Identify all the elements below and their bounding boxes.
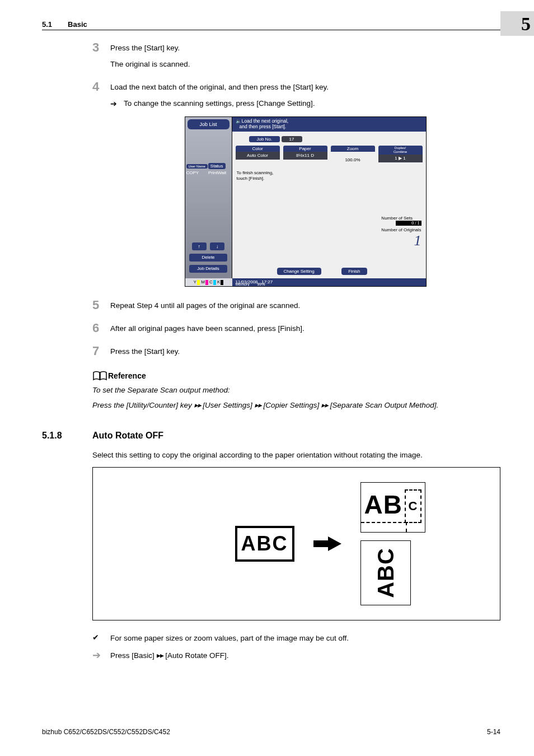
- breadcrumb-arrows-icon: ▸▸: [157, 651, 163, 660]
- reference-title: Reference: [108, 371, 146, 380]
- down-button[interactable]: ↓: [210, 242, 224, 250]
- col-paper-header: Paper: [283, 146, 327, 152]
- footer-model: bizhub C652/C652DS/C552/C552DS/C452: [42, 728, 170, 736]
- row-copy: COPY: [186, 170, 209, 175]
- section-heading: 5.1.8 Auto Rotate OFF: [42, 431, 500, 441]
- step-text: After all original pages have been scann…: [110, 323, 500, 335]
- breadcrumb-arrows-icon: ▸▸: [194, 401, 201, 409]
- reference-line: Press the [Utility/Counter] key ▸▸ [User…: [92, 400, 500, 412]
- tab-user[interactable]: User Name: [186, 164, 208, 169]
- step-text: The original is scanned.: [110, 59, 500, 71]
- col-duplex-value: 1 ▶ 1: [378, 155, 423, 162]
- breadcrumb-arrows-icon: ▸▸: [255, 401, 261, 409]
- step-text: Repeat Step 4 until all pages of the ori…: [110, 300, 500, 312]
- speaker-icon: 🔈: [236, 118, 242, 124]
- procedure-text: Press [Basic] ▸▸ [Auto Rotate OFF].: [110, 650, 500, 662]
- instruction-banner: 🔈Load the next original, and then press …: [232, 117, 426, 132]
- step-7: 7 Press the [Start] key.: [92, 346, 500, 362]
- original-doc-icon: ABC: [235, 526, 294, 562]
- step-text: Press the [Start] key.: [110, 346, 500, 358]
- tab-status[interactable]: Status: [208, 163, 226, 169]
- auto-rotate-diagram: ABC AB C ABC: [92, 467, 500, 620]
- col-duplex-header: Duplex/ Combine: [378, 146, 423, 155]
- col-paper-value: 8½x11 D: [283, 152, 327, 160]
- step-6: 6 After all original pages have been sca…: [92, 323, 500, 339]
- step-number: 3: [92, 41, 110, 75]
- step-5: 5 Repeat Step 4 until all pages of the o…: [92, 300, 500, 316]
- breadcrumb-arrows-icon: ▸▸: [321, 401, 328, 409]
- job-no-label: Job No.: [249, 136, 280, 142]
- section-intro: Select this setting to copy the original…: [92, 450, 500, 461]
- substep-text: To change the scanning settings, press […: [124, 98, 500, 110]
- substep: ➔ To change the scanning settings, press…: [110, 98, 500, 110]
- note-row: ✔ For some paper sizes or zoom values, p…: [92, 633, 500, 645]
- up-button[interactable]: ↑: [192, 242, 207, 250]
- note-text: For some paper sizes or zoom values, par…: [110, 633, 500, 645]
- check-icon: ✔: [92, 633, 110, 645]
- step-number: 6: [92, 322, 110, 339]
- page-footer: bizhub C652/C652DS/C552/C552DS/C452 5-14: [42, 727, 500, 736]
- row-printwait: PrintWait: [208, 170, 231, 175]
- arrow-icon: ➔: [110, 98, 124, 110]
- footer-page-number: 5-14: [487, 728, 500, 736]
- step-3: 3 Press the [Start] key. The original is…: [92, 43, 500, 75]
- header-section-number: 5.1: [42, 20, 52, 29]
- output-landscape-icon: AB C: [360, 482, 425, 533]
- change-setting-button[interactable]: Change Setting: [277, 268, 321, 275]
- reference-heading: Reference: [92, 370, 500, 381]
- step-text: Press the [Start] key.: [110, 43, 500, 54]
- section-title: Auto Rotate OFF: [92, 431, 163, 441]
- delete-button[interactable]: Delete: [189, 254, 227, 262]
- step-text: Load the next batch of the original, and…: [110, 82, 500, 94]
- procedure-row: ➔ Press [Basic] ▸▸ [Auto Rotate OFF].: [92, 650, 500, 662]
- cropped-region-icon: C: [405, 489, 421, 523]
- running-header: 5.1 Basic: [42, 20, 500, 30]
- toner-indicator: Y M C K: [185, 278, 232, 286]
- header-section-name: Basic: [68, 20, 87, 29]
- step-number: 7: [92, 345, 110, 362]
- step-number: 4: [92, 81, 110, 110]
- job-list-tab[interactable]: Job List: [188, 119, 229, 129]
- counts-panel: Number of Sets 0 / 1 Number of Originals…: [381, 216, 421, 248]
- reference-line: To set the Separate Scan output method:: [92, 385, 500, 396]
- col-zoom-value: 100.0%: [331, 152, 375, 160]
- col-color-value: Auto Color: [236, 152, 280, 160]
- col-color-header: Color: [236, 146, 280, 152]
- step-4: 4 Load the next batch of the original, a…: [92, 82, 500, 110]
- finish-instruction: To finish scanning,touch [Finish].: [237, 170, 426, 181]
- section-number: 5.1.8: [42, 431, 92, 441]
- finish-button[interactable]: Finish: [341, 268, 367, 275]
- step-number: 5: [92, 299, 110, 316]
- job-no-value: 17: [282, 136, 302, 142]
- col-zoom-header: Zoom: [331, 146, 375, 152]
- embedded-screenshot: Job List User NameStatus COPY PrintWait …: [110, 116, 500, 287]
- output-portrait-icon: ABC: [360, 540, 411, 605]
- book-icon: [92, 370, 108, 381]
- job-details-button[interactable]: Job Details: [189, 265, 227, 273]
- arrow-right-icon: [328, 536, 341, 551]
- arrow-icon: ➔: [92, 650, 110, 662]
